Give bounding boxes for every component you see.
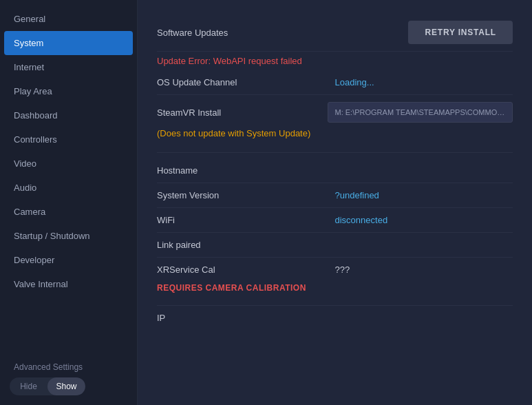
- ip-row: IP: [157, 306, 513, 330]
- xrservice-cal-label: XRService Cal: [157, 264, 335, 275]
- xrservice-cal-value: ???: [335, 264, 513, 275]
- sidebar-item-video[interactable]: Video: [0, 152, 137, 176]
- steamvr-install-label: SteamVR Install: [157, 107, 328, 118]
- steamvr-install-row: SteamVR Install M: E:\PROGRAM TEAM\STEAM…: [157, 95, 513, 147]
- sidebar-item-system[interactable]: System: [4, 31, 133, 55]
- ip-label: IP: [157, 313, 335, 323]
- calibration-warning-text: REQUIRES CAMERA CALIBRATION: [157, 278, 306, 298]
- sidebar-item-audio[interactable]: Audio: [0, 176, 137, 200]
- link-paired-label: Link paired: [157, 240, 335, 250]
- hide-button[interactable]: Hide: [10, 377, 47, 395]
- os-update-channel-row: OS Update Channel Loading...: [157, 70, 513, 95]
- advanced-settings-toggle: Hide Show: [10, 377, 85, 395]
- wifi-value: disconnected: [335, 215, 513, 225]
- system-version-row: System Version ?undefined: [157, 183, 513, 208]
- sidebar-item-camera[interactable]: Camera: [0, 200, 137, 224]
- sidebar-item-internet[interactable]: Internet: [0, 55, 137, 79]
- sidebar-item-play-area[interactable]: Play Area: [0, 79, 137, 103]
- os-update-channel-label: OS Update Channel: [157, 77, 335, 87]
- sidebar-item-dashboard[interactable]: Dashboard: [0, 103, 137, 127]
- sidebar: General System Internet Play Area Dashbo…: [0, 0, 138, 405]
- advanced-settings-label: Advanced Settings: [10, 362, 127, 372]
- retry-install-button[interactable]: RETRY INSTALL: [408, 21, 513, 44]
- section-divider: [157, 152, 513, 153]
- sidebar-bottom: Advanced Settings Hide Show: [0, 355, 137, 405]
- steamvr-warning-text: (Does not update with System Update): [157, 127, 310, 140]
- sidebar-item-valve-internal[interactable]: Valve Internal: [0, 272, 137, 296]
- update-error-row: Update Error: WebAPI request failed: [157, 52, 513, 70]
- sidebar-item-general[interactable]: General: [0, 7, 137, 31]
- sidebar-item-startup-shutdown[interactable]: Startup / Shutdown: [0, 224, 137, 248]
- update-error-text: Update Error: WebAPI request failed: [157, 56, 302, 66]
- show-button[interactable]: Show: [47, 377, 85, 395]
- wifi-label: WiFi: [157, 215, 335, 225]
- wifi-row: WiFi disconnected: [157, 208, 513, 233]
- xrservice-cal-row: XRService Cal ??? REQUIRES CAMERA CALIBR…: [157, 258, 513, 306]
- sidebar-item-controllers[interactable]: Controllers: [0, 127, 137, 152]
- software-updates-section: Software Updates RETRY INSTALL Update Er…: [157, 14, 513, 147]
- software-updates-row: Software Updates RETRY INSTALL: [157, 14, 513, 52]
- hostname-row: Hostname: [157, 158, 513, 183]
- steamvr-path-value: M: E:\PROGRAM TEAM\STEAMAPPS\COMMON\STE: [328, 102, 513, 123]
- system-version-label: System Version: [157, 190, 335, 200]
- link-paired-row: Link paired: [157, 233, 513, 258]
- system-version-value: ?undefined: [335, 190, 513, 200]
- os-update-channel-value: Loading...: [335, 77, 513, 87]
- software-updates-label: Software Updates: [157, 28, 408, 38]
- main-content: Software Updates RETRY INSTALL Update Er…: [138, 0, 532, 405]
- sidebar-item-developer[interactable]: Developer: [0, 248, 137, 272]
- hostname-label: Hostname: [157, 165, 335, 176]
- system-info-section: Hostname System Version ?undefined WiFi …: [157, 158, 513, 330]
